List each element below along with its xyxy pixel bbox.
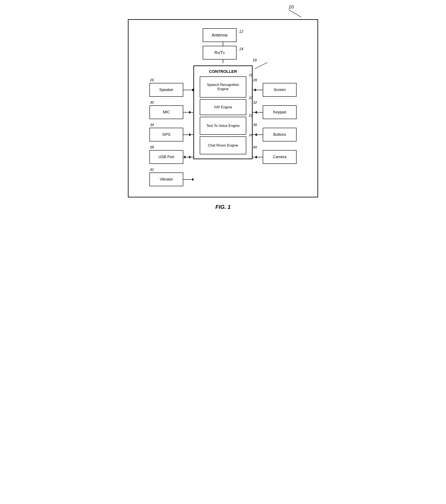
speaker-block: Speaker bbox=[149, 83, 183, 97]
ttv-engine-block: Text To Voice Engine bbox=[200, 117, 246, 135]
arrow-from-camera bbox=[255, 156, 257, 159]
outer-box: Antenna 12 Rx/Tx 14 26 Speaker bbox=[128, 19, 318, 198]
controller-wrapper: CONTROLLER Speech Recognition Engine 18 … bbox=[194, 65, 252, 159]
arrow-from-keypad bbox=[255, 111, 257, 114]
buttons-block: Buttons bbox=[263, 128, 297, 142]
ref-34-label: 34 bbox=[150, 123, 194, 127]
mic-block: MIC bbox=[149, 105, 183, 119]
ref-28-label: 28 bbox=[253, 78, 297, 82]
ref-42-label: 42 bbox=[150, 168, 194, 172]
ref-10-label: 10 bbox=[289, 4, 294, 10]
chat-engine-block: Chat Room Engine bbox=[200, 136, 246, 154]
ivr-engine-block: IVR Engine bbox=[200, 99, 246, 115]
left-column: 26 Speaker 30 MIC bbox=[149, 65, 194, 186]
arrow-to-vibrator bbox=[191, 178, 194, 181]
arrow-usb-right bbox=[189, 156, 191, 159]
ref-12-label: 12 bbox=[239, 29, 243, 34]
right-column: 28 Screen 32 bbox=[252, 65, 297, 168]
ref-40-label: 40 bbox=[253, 145, 297, 149]
arrow-to-speaker bbox=[191, 89, 194, 91]
screen-block: Screen bbox=[263, 83, 297, 97]
svg-line-1 bbox=[255, 62, 267, 69]
controller-title: CONTROLLER bbox=[209, 69, 237, 74]
ref-16-label: 16 bbox=[252, 58, 257, 62]
ref-30-label: 30 bbox=[150, 101, 194, 105]
gps-block: GPS bbox=[149, 128, 183, 142]
arrow-from-mic bbox=[189, 111, 191, 114]
ref-24-label: 24 bbox=[249, 133, 252, 137]
ref-18-label: 18 bbox=[249, 73, 252, 77]
ref-20-label: 20 bbox=[249, 96, 252, 100]
page-wrapper: 10 Antenna 12 Rx/Tx 14 bbox=[128, 4, 318, 210]
ref-36-label: 36 bbox=[253, 123, 297, 127]
rxtx-sub-t: x bbox=[223, 51, 225, 55]
ref-38-label: 38 bbox=[150, 145, 194, 149]
controller-box: CONTROLLER Speech Recognition Engine 18 … bbox=[194, 65, 252, 159]
antenna-block: Antenna bbox=[203, 28, 236, 42]
usb-block: USB Port bbox=[149, 150, 183, 164]
arrow-from-gps bbox=[189, 133, 191, 136]
main-layout: 26 Speaker 30 MIC bbox=[139, 65, 307, 186]
rxtx-sub-x: x bbox=[217, 51, 219, 55]
arrow-usb-left bbox=[183, 156, 185, 159]
figure-caption: FIG. 1 bbox=[215, 204, 231, 210]
arrow-from-buttons bbox=[255, 133, 257, 136]
ref-26-label: 26 bbox=[150, 78, 194, 82]
ref-32-label: 32 bbox=[253, 101, 297, 105]
svg-line-0 bbox=[289, 10, 301, 17]
vibrator-block: Vibrator bbox=[149, 173, 183, 186]
top-section: Antenna 12 Rx/Tx 14 bbox=[139, 28, 307, 63]
ref-22-label: 22 bbox=[249, 114, 252, 117]
rxtx-block: Rx/Tx bbox=[203, 46, 236, 59]
keypad-block: Keypad bbox=[263, 105, 297, 119]
ref-14-label: 14 bbox=[239, 47, 243, 51]
speech-engine-block: Speech Recognition Engine bbox=[200, 76, 246, 98]
camera-block: Camera bbox=[263, 150, 297, 164]
ref-16-container: 16 bbox=[252, 58, 267, 70]
arrow-to-screen bbox=[255, 89, 257, 91]
